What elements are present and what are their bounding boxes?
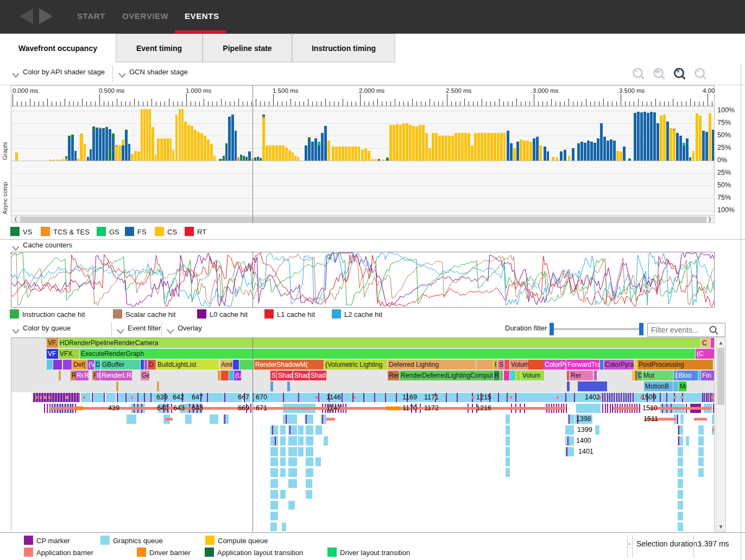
occupancy-bar-segment[interactable] [396,124,399,161]
cp-marker-tick[interactable] [610,404,611,413]
timeline-event-block[interactable] [711,338,715,348]
occupancy-bar-segment[interactable] [131,154,134,161]
occupancy-bar-segment[interactable] [243,156,245,161]
occupancy-bar-segment[interactable] [282,145,285,161]
chevron-down-icon[interactable] [167,326,174,336]
zoom-out-icon[interactable]: − [693,67,708,81]
graphics-queue-segment[interactable] [712,415,715,424]
graphics-queue-block[interactable] [280,468,286,477]
application-barrier-bar[interactable] [315,396,318,399]
occupancy-bar-segment[interactable] [686,138,689,161]
application-barrier-bar[interactable] [35,396,37,399]
timeline-event-block[interactable]: I [494,360,497,370]
cp-marker-tick[interactable] [666,393,667,402]
zoom-reset-icon[interactable]: ◂▸ [652,67,666,81]
occupancy-bar-segment[interactable] [225,145,228,161]
occupancy-bar-segment[interactable] [425,133,428,161]
timeline-event-block[interactable]: ExecuteRenderGraph [80,349,695,359]
graphics-queue-block[interactable] [280,457,286,466]
timeline-event-block[interactable]: VFX. [59,349,79,359]
timeline-event-block[interactable] [59,371,61,380]
occupancy-bar-segment[interactable] [673,129,675,131]
occupancy-bar-segment[interactable] [90,151,92,161]
cp-marker-tick[interactable] [626,393,627,402]
cp-marker-tick[interactable] [137,393,138,402]
occupancy-bar-segment[interactable] [500,133,503,161]
timeline-event-block[interactable] [47,360,53,370]
occupancy-bar-segment[interactable] [643,112,646,161]
occupancy-bar-segment[interactable] [318,142,320,145]
cp-marker-tick[interactable] [342,393,343,402]
graphics-queue-block[interactable] [288,479,297,488]
graphics-queue-block[interactable] [678,490,683,499]
cp-marker-tick[interactable] [298,393,299,402]
cp-marker-tick[interactable] [616,393,617,402]
duration-filter-handle-min[interactable] [550,323,554,335]
occupancy-bar-segment[interactable] [422,125,425,161]
timeline-event-block[interactable]: Shad [310,371,326,380]
occupancy-bar-segment[interactable] [146,109,148,161]
timeline-event-block[interactable]: (U [234,371,241,380]
occupancy-bar-segment[interactable] [223,156,225,161]
occupancy-bar-segment[interactable] [402,124,405,161]
timeline-event-block[interactable] [567,371,569,380]
timeline-event-block[interactable]: Rer [570,371,593,380]
occupancy-bar-segment[interactable] [406,123,408,161]
scroll-right-arrow[interactable]: ❭ [706,216,713,222]
application-barrier-bar[interactable] [712,429,715,431]
occupancy-bar-segment[interactable] [118,145,121,161]
graphics-queue-segment[interactable] [698,447,704,456]
timeline-event-block[interactable]: RenderDeferredLightingComput [400,371,493,380]
chevron-down-icon[interactable] [12,70,20,80]
occupancy-bar-segment[interactable] [122,139,124,145]
occupancy-bar-segment[interactable] [262,114,265,117]
cp-marker-tick[interactable] [639,404,640,413]
graphics-queue-segment[interactable] [506,425,510,435]
timeline-event-block[interactable]: ColorPyr [544,360,566,370]
graphics-queue-block[interactable] [270,468,278,477]
gcn-shader-stage-dropdown[interactable]: GCN shader stage [129,68,188,76]
occupancy-bar-segment[interactable] [308,137,311,140]
cp-marker-tick[interactable] [678,436,679,446]
timeline-event-block[interactable] [594,371,597,380]
timeline-event-block[interactable] [510,371,515,380]
cp-marker-tick[interactable] [396,393,397,402]
occupancy-bar-segment[interactable] [628,158,631,161]
occupancy-bar-segment[interactable] [269,145,272,161]
cp-marker-tick[interactable] [363,393,364,402]
occupancy-bar-segment[interactable] [393,125,395,161]
occupancy-bar-segment[interactable] [451,136,454,161]
occupancy-bar-segment[interactable] [620,151,622,161]
graphics-queue-block[interactable] [270,457,278,466]
timeline-event-block[interactable]: Fin [701,371,715,380]
occupancy-bar-segment[interactable] [647,113,649,161]
application-barrier-bar[interactable] [44,396,46,399]
occupancy-bar-segment[interactable] [112,133,115,139]
occupancy-bar-segment[interactable] [490,133,493,161]
occupancy-bar-segment[interactable] [187,125,190,161]
occupancy-bar-segment[interactable] [172,150,174,161]
graphics-queue-segment[interactable] [288,436,297,446]
graphics-queue-segment[interactable] [118,393,125,402]
graphics-queue-segment[interactable] [565,425,574,435]
cp-marker-tick[interactable] [150,393,151,402]
occupancy-bar-segment[interactable] [179,109,181,161]
occupancy-bar-segment[interactable] [314,138,317,161]
overlay-dropdown[interactable]: Overlay [178,324,202,332]
occupancy-bar-segment[interactable] [637,112,640,161]
occupancy-bar-segment[interactable] [294,156,296,161]
occupancy-bar-segment[interactable] [590,142,593,161]
tab-wavefront-occupancy[interactable]: Wavefront occupancy [0,34,116,62]
graphics-queue-segment[interactable] [298,436,304,446]
application-barrier-bar[interactable] [613,407,639,410]
cp-marker-tick[interactable] [607,393,608,402]
occupancy-bar-segment[interactable] [507,131,509,161]
occupancy-bar-segment[interactable] [487,133,490,161]
occupancy-bar-segment[interactable] [219,159,222,161]
cp-marker-tick[interactable] [272,425,273,435]
occupancy-bar-segment[interactable] [225,143,228,146]
application-barrier-bar[interactable] [353,396,356,399]
occupancy-bar-segment[interactable] [481,133,483,161]
timeline-event-block[interactable]: Amb( [220,360,232,370]
cp-marker-tick[interactable] [611,393,613,402]
